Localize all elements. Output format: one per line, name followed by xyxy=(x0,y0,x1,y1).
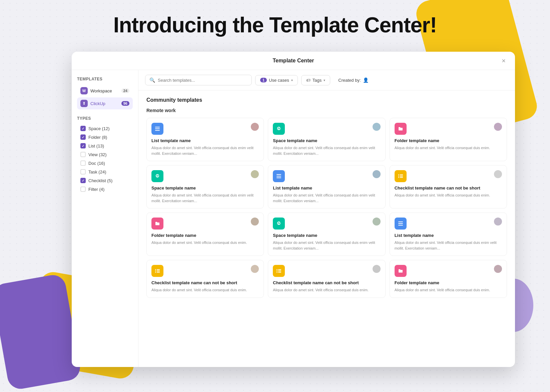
card-4-icon xyxy=(151,170,163,182)
card-10-icon xyxy=(151,265,163,277)
sidebar-item-workspace[interactable]: W Workspace 24 xyxy=(77,85,133,97)
card-5-desc: Aliqua dolor do amet sint. Velit officia… xyxy=(273,192,380,204)
type-checkbox-task[interactable] xyxy=(80,169,86,174)
svg-rect-18 xyxy=(157,271,160,271)
template-card-1[interactable]: List template name Aliqua dolor do amet … xyxy=(146,118,264,161)
type-label-space: Space (12) xyxy=(88,126,110,131)
tags-button[interactable]: 🏷 Tags ▾ xyxy=(301,75,330,85)
svg-rect-7 xyxy=(400,174,403,175)
page-title: Introducing the Template Center! xyxy=(0,13,550,37)
card-8-header xyxy=(273,218,380,230)
type-item-filter[interactable]: Filter (4) xyxy=(77,185,133,193)
type-label-folder: Folder (8) xyxy=(88,135,107,140)
card-1-header xyxy=(151,123,259,135)
card-6-avatar xyxy=(494,170,502,178)
svg-rect-9 xyxy=(400,176,403,176)
sidebar: Templates W Workspace 24 ⬆ ClickUp 96 Ty… xyxy=(72,70,138,367)
sidebar-item-clickup[interactable]: ⬆ ClickUp 96 xyxy=(77,97,133,109)
type-checkbox-doc[interactable] xyxy=(80,160,86,166)
card-9-name: List template name xyxy=(395,233,502,238)
search-box: 🔍 xyxy=(145,75,252,85)
use-cases-count: 1 xyxy=(260,78,267,82)
card-5-header xyxy=(273,170,380,182)
type-item-list[interactable]: List (13) xyxy=(77,141,133,150)
type-label-doc: Doc (16) xyxy=(88,161,105,166)
search-input[interactable] xyxy=(158,78,247,83)
card-12-icon xyxy=(395,265,407,277)
card-5-icon xyxy=(273,170,285,182)
card-7-avatar xyxy=(251,218,259,226)
type-checkbox-view[interactable] xyxy=(80,152,86,157)
template-card-8[interactable]: Space template name Aliqua dolor do amet… xyxy=(268,213,385,256)
types-list: Space (12) Folder (8) List (13) xyxy=(77,124,133,193)
card-3-icon xyxy=(395,123,407,135)
sidebar-templates-title: Templates xyxy=(77,77,133,81)
template-card-11[interactable]: Checklist template name can not be short… xyxy=(268,260,385,298)
type-checkbox-filter[interactable] xyxy=(80,186,86,192)
type-item-view[interactable]: View (32) xyxy=(77,150,133,159)
type-item-task[interactable]: Task (24) xyxy=(77,167,133,176)
svg-rect-11 xyxy=(400,177,403,178)
template-card-4[interactable]: Space template name Aliqua dolor do amet… xyxy=(146,165,264,209)
type-item-folder[interactable]: Folder (8) xyxy=(77,133,133,141)
svg-rect-24 xyxy=(278,271,281,271)
modal: Template Center × Templates W Workspace … xyxy=(72,52,515,367)
type-checkbox-list[interactable] xyxy=(80,143,86,148)
card-3-name: Folder template name xyxy=(395,138,502,143)
tags-label: Tags xyxy=(313,78,322,83)
card-12-avatar xyxy=(494,265,502,273)
close-button[interactable]: × xyxy=(499,56,508,65)
card-8-avatar xyxy=(373,218,381,226)
toolbar: 🔍 1 Use cases ▾ 🏷 Tags ▾ Created by: 👤 xyxy=(138,70,515,90)
user-icon: 👤 xyxy=(363,77,369,83)
type-label-checklist: Checklist (5) xyxy=(88,178,112,183)
card-11-name: Checklist template name can not be short xyxy=(273,280,380,285)
svg-rect-2 xyxy=(155,130,160,131)
type-item-space[interactable]: Space (12) xyxy=(77,124,133,133)
svg-rect-13 xyxy=(398,223,403,224)
card-3-desc: Aliqua dolor do amet sint. Velit officia… xyxy=(395,145,502,151)
type-item-doc[interactable]: Doc (16) xyxy=(77,159,133,167)
type-checkbox-checklist[interactable] xyxy=(80,178,86,183)
template-card-2[interactable]: Space template name Aliqua dolor do amet… xyxy=(268,118,385,161)
type-checkbox-space[interactable] xyxy=(80,126,86,131)
template-card-12[interactable]: Folder template name Aliqua dolor do ame… xyxy=(390,260,507,298)
template-card-6[interactable]: Checklist template name can not be short… xyxy=(390,165,507,209)
card-4-name: Space template name xyxy=(151,185,259,190)
modal-title: Template Center xyxy=(272,58,314,64)
card-5-name: List template name xyxy=(273,185,380,190)
modal-header: Template Center × xyxy=(72,52,515,70)
svg-rect-15 xyxy=(155,269,156,270)
svg-rect-20 xyxy=(157,272,160,273)
template-card-3[interactable]: Folder template name Aliqua dolor do ame… xyxy=(390,118,507,161)
card-12-desc: Aliqua dolor do amet sint. Velit officia… xyxy=(395,287,502,293)
svg-rect-5 xyxy=(277,177,281,178)
card-7-desc: Aliqua dolor do amet sint. Velit officia… xyxy=(151,240,259,246)
template-card-5[interactable]: List template name Aliqua dolor do amet … xyxy=(268,165,385,209)
svg-rect-1 xyxy=(155,128,160,129)
card-9-avatar xyxy=(494,218,502,226)
created-by-button[interactable]: Created by: 👤 xyxy=(334,75,373,85)
tags-chevron-icon: ▾ xyxy=(324,78,325,82)
use-cases-chevron-icon: ▾ xyxy=(291,78,293,82)
search-icon: 🔍 xyxy=(149,77,155,83)
svg-rect-16 xyxy=(157,269,160,270)
sidebar-clickup-label: ClickUp xyxy=(90,101,121,106)
card-4-header xyxy=(151,170,259,182)
template-card-10[interactable]: Checklist template name can not be short… xyxy=(146,260,264,298)
type-label-task: Task (24) xyxy=(88,169,106,174)
template-card-9[interactable]: List template name Aliqua dolor do amet … xyxy=(390,213,507,256)
template-card-7[interactable]: Folder template name Aliqua dolor do ame… xyxy=(146,213,264,256)
card-2-icon xyxy=(273,123,285,135)
use-cases-button[interactable]: 1 Use cases ▾ xyxy=(255,75,298,85)
type-label-filter: Filter (4) xyxy=(88,187,104,192)
type-checkbox-folder[interactable] xyxy=(80,134,86,140)
type-item-checklist[interactable]: Checklist (5) xyxy=(77,176,133,185)
svg-rect-26 xyxy=(278,272,281,273)
card-1-name: List template name xyxy=(151,138,259,143)
workspace-icon: W xyxy=(80,87,88,94)
card-8-desc: Aliqua dolor do amet sint. Velit officia… xyxy=(273,240,380,251)
card-6-desc: Aliqua dolor do amet sint. Velit officia… xyxy=(395,192,502,198)
svg-rect-6 xyxy=(398,174,399,175)
card-6-name: Checklist template name can not be short xyxy=(395,185,502,190)
